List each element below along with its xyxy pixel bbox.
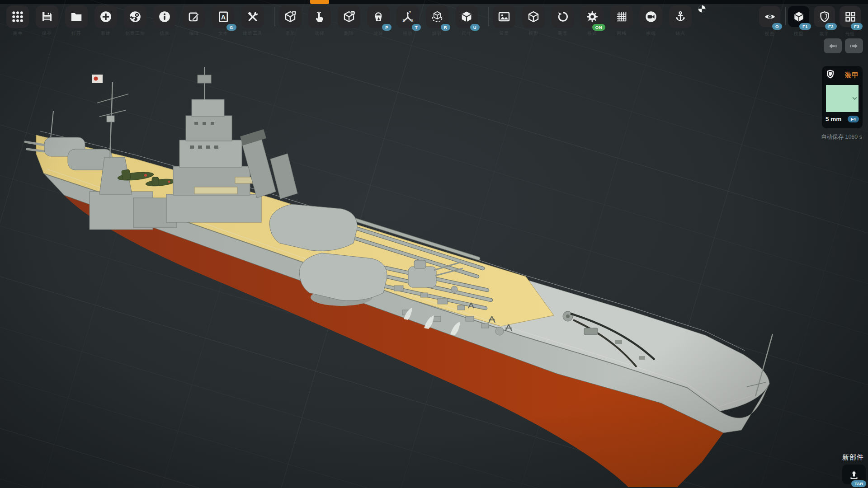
toolbar-model-button[interactable]: 模型 bbox=[522, 5, 545, 28]
armor-hotkey-badge: F4 bbox=[848, 116, 859, 122]
toolbar-background-button[interactable]: 背景 bbox=[493, 5, 515, 28]
main-toolbar: 菜单保存打开新建创意工坊信息编辑AG文本建造工具添加选择删除P涂装YZXT移动R… bbox=[6, 5, 692, 28]
axis-icon: YZX bbox=[401, 10, 415, 23]
toolbar-workshop-button[interactable]: 创意工坊 bbox=[124, 5, 146, 28]
text-a-icon: A bbox=[217, 10, 230, 23]
svg-text:A: A bbox=[221, 14, 226, 21]
toolbar-label: 菜单 bbox=[3, 30, 33, 37]
toolbar-save-button[interactable]: 保存 bbox=[36, 5, 58, 28]
hotkey-badge: O bbox=[772, 23, 782, 30]
cube-solid-icon bbox=[460, 10, 473, 23]
new-part-control: 新部件 TAB bbox=[842, 453, 867, 484]
toolbar-label: 相机 bbox=[636, 30, 666, 37]
toolbar-label: 模式 bbox=[577, 30, 607, 37]
toolbar-open-button[interactable]: 打开 bbox=[65, 5, 88, 28]
toolbar-select-button[interactable]: 选择 bbox=[308, 5, 331, 28]
new-part-label: 新部件 bbox=[842, 453, 867, 462]
toolbar-label: 添加 bbox=[275, 30, 305, 37]
bucket-icon bbox=[372, 10, 385, 23]
toolbar-label: 信息 bbox=[150, 30, 179, 37]
toolbar-paint-button[interactable]: P涂装 bbox=[367, 5, 390, 28]
info-icon bbox=[158, 10, 171, 23]
toolbar-scale-button[interactable]: U尺寸 bbox=[455, 5, 478, 28]
toolbar-remove-block-button[interactable]: 删除 bbox=[338, 5, 360, 28]
toolbar-camera-button[interactable]: 相机 bbox=[640, 5, 662, 28]
toolbar-text-button[interactable]: AG文本 bbox=[212, 5, 235, 28]
toolbar-rotate-button[interactable]: R旋转 bbox=[426, 5, 448, 28]
hotkey-badge: G bbox=[226, 24, 236, 31]
toolbar-label: 分组 bbox=[836, 31, 864, 37]
hotkey-badge: R bbox=[441, 24, 450, 31]
autosave-value: 1060 s bbox=[845, 134, 862, 140]
cube-plus-icon bbox=[283, 10, 297, 23]
view-gizmo-icon[interactable] bbox=[697, 4, 707, 15]
hotkey-badge: F3 bbox=[851, 23, 863, 30]
folder-icon bbox=[70, 10, 83, 23]
svg-text:Y: Y bbox=[409, 10, 411, 14]
hotkey-badge: T bbox=[412, 24, 421, 31]
cube-rotate-icon bbox=[430, 10, 444, 23]
viewbar-groups-button[interactable]: F3分组 bbox=[840, 6, 861, 27]
svg-text:Z: Z bbox=[403, 19, 405, 23]
toolbar-label: 打开 bbox=[61, 30, 91, 37]
ship-superstructure bbox=[25, 67, 297, 230]
hand-icon bbox=[313, 10, 326, 23]
toolbar-mode-button[interactable]: ON模式 bbox=[581, 5, 604, 28]
toolbar-grid-button[interactable]: 网格 bbox=[610, 5, 633, 28]
toolbar-label: 装甲 bbox=[810, 31, 839, 37]
toolbar-reset-button[interactable]: 重置 bbox=[552, 5, 574, 28]
shield-icon bbox=[818, 10, 831, 23]
toolbar-label: 涂装 bbox=[363, 30, 393, 37]
plus-circle-icon bbox=[99, 10, 113, 23]
new-part-button[interactable]: TAB bbox=[842, 465, 866, 484]
hotkey-badge: ON bbox=[592, 24, 605, 31]
ship-builder-app: 菜单保存打开新建创意工坊信息编辑AG文本建造工具添加选择删除P涂装YZXT移动R… bbox=[0, 0, 868, 488]
toolbar-label: 文本 bbox=[208, 30, 238, 37]
toolbar-label: 尺寸 bbox=[452, 30, 481, 37]
hotkey-badge: U bbox=[470, 24, 480, 31]
armor-thickness: 5 mm bbox=[826, 116, 841, 122]
toolbar-separator bbox=[488, 7, 489, 26]
upload-arrow-icon bbox=[848, 469, 860, 480]
steam-icon bbox=[128, 10, 142, 23]
toolbar-build-tools-button[interactable]: 建造工具 bbox=[241, 5, 264, 28]
toolbar-separator bbox=[274, 7, 275, 26]
armor-panel: 装甲 5 mm F4 bbox=[822, 66, 863, 128]
arrow-right-icon bbox=[849, 41, 859, 51]
toolbar-label: 网格 bbox=[607, 30, 637, 37]
toolbar-info-button[interactable]: 信息 bbox=[153, 5, 176, 28]
toolbar-menu-button[interactable]: 菜单 bbox=[6, 5, 29, 28]
toolbar-label: 视图 bbox=[755, 31, 784, 37]
prev-button[interactable] bbox=[824, 38, 842, 53]
viewbar-armor-view-button[interactable]: F2装甲 bbox=[814, 6, 835, 27]
toolbar-move-button[interactable]: YZXT移动 bbox=[396, 5, 419, 28]
toolbar-label: 移动 bbox=[393, 30, 423, 37]
toolbar-label: 背景 bbox=[489, 30, 519, 37]
toolbar-label: 模型 bbox=[519, 30, 548, 37]
armor-title: 装甲 bbox=[845, 71, 859, 80]
toolbar-label: 建造工具 bbox=[238, 30, 268, 37]
toolbar-anchor-button[interactable]: 锚点 bbox=[669, 5, 692, 28]
viewbar-blocks-button[interactable]: F1模型 bbox=[788, 6, 809, 27]
undo-redo-buttons bbox=[824, 38, 863, 53]
viewbar-visibility-button[interactable]: O视图 bbox=[759, 6, 780, 27]
arrow-left-icon bbox=[828, 41, 838, 51]
camera-icon bbox=[644, 10, 658, 23]
hotkey-badge: F2 bbox=[825, 23, 837, 30]
armor-color-swatch[interactable] bbox=[826, 84, 859, 113]
gear-icon bbox=[585, 10, 599, 23]
cube-solid-icon bbox=[793, 10, 805, 23]
hotkey-badge: F1 bbox=[799, 23, 811, 30]
new-part-hotkey-badge: TAB bbox=[851, 480, 866, 487]
squares-icon bbox=[844, 10, 857, 23]
toolbar-label: 模型 bbox=[784, 31, 813, 37]
toolbar-edit-button[interactable]: 编辑 bbox=[183, 5, 205, 28]
tools-icon bbox=[246, 10, 259, 23]
ship-model[interactable] bbox=[0, 0, 868, 488]
chevron-down-icon bbox=[852, 97, 857, 100]
toolbar-add-block-button[interactable]: 添加 bbox=[279, 5, 302, 28]
next-button[interactable] bbox=[845, 38, 863, 53]
armor-shield-icon bbox=[826, 69, 835, 81]
cube-outline-icon bbox=[527, 10, 540, 23]
toolbar-new-button[interactable]: 新建 bbox=[94, 5, 117, 28]
